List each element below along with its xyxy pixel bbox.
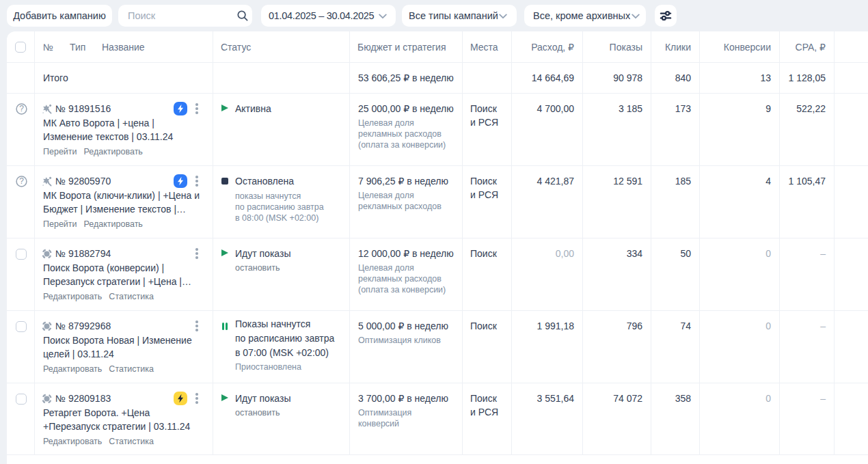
svg-text:?: ? <box>19 104 24 113</box>
svg-text:?: ? <box>19 176 24 186</box>
